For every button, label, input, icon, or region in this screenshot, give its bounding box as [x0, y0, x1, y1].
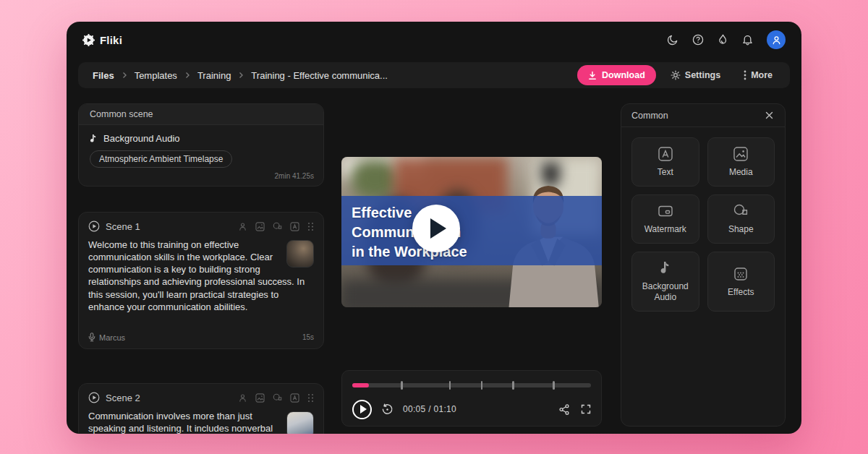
media-icon	[733, 146, 749, 162]
player-bar: 00:05 / 01:10	[341, 370, 602, 427]
gear-icon	[671, 70, 681, 80]
scene-marker-tick[interactable]	[449, 381, 451, 390]
drag-handle-icon[interactable]	[307, 393, 314, 403]
restart-icon[interactable]	[381, 403, 393, 416]
scene-card-2[interactable]: Scene 2	[78, 383, 324, 434]
notifications-bell-icon[interactable]	[742, 34, 753, 46]
audio-track-chip[interactable]: Atmospheric Ambient Timelapse	[90, 150, 232, 168]
scene-1-title[interactable]: Scene 1	[88, 220, 140, 232]
player-controls: 00:05 / 01:10	[352, 398, 591, 420]
common-scene-header: Common scene	[79, 104, 323, 125]
breadcrumb: Files Templates Training Training - Effe…	[93, 70, 388, 81]
media-icon[interactable]	[255, 222, 265, 231]
chevron-right-icon	[122, 72, 127, 79]
scene-marker-tick[interactable]	[401, 381, 403, 390]
audio-duration: 2min 41.25s	[275, 172, 314, 180]
add-text-button[interactable]: Text	[631, 137, 699, 187]
download-button[interactable]: Download	[577, 65, 656, 85]
music-note-icon	[90, 134, 98, 143]
drag-handle-icon[interactable]	[307, 222, 314, 231]
close-icon[interactable]	[764, 110, 775, 121]
app-title: Fliki	[100, 34, 122, 46]
scene-1-tools	[238, 222, 314, 231]
chevron-right-icon	[184, 72, 190, 79]
scene-2-header: Scene 2	[79, 384, 323, 403]
toolbar-actions: Download Settings	[577, 65, 781, 85]
scene-1-header: Scene 1	[79, 213, 323, 232]
breadcrumb-current[interactable]: Training - Effective communica...	[251, 70, 388, 81]
add-shape-button[interactable]: Shape	[707, 194, 775, 244]
play-circle-icon	[88, 220, 100, 232]
help-icon[interactable]	[692, 34, 704, 46]
text-icon[interactable]	[290, 222, 299, 231]
streak-flame-icon[interactable]	[718, 34, 728, 46]
common-scene-card[interactable]: Common scene Background Audio Atmospheri…	[78, 103, 324, 187]
voice-person-icon[interactable]	[238, 222, 247, 231]
breadcrumb-files[interactable]: Files	[93, 70, 114, 81]
timeline-track[interactable]	[352, 383, 591, 387]
chevron-right-icon	[238, 72, 244, 79]
player-right-controls	[559, 404, 591, 415]
player-play-button[interactable]	[352, 400, 372, 419]
office-plant	[352, 160, 399, 199]
scene-1-body[interactable]: Welcome to this training on effective co…	[79, 232, 323, 313]
video-play-button[interactable]	[412, 205, 460, 252]
scene-2-body[interactable]: Communication involves more than just sp…	[79, 403, 323, 434]
dark-mode-icon[interactable]	[667, 34, 678, 46]
breadcrumb-training[interactable]: Training	[197, 70, 231, 81]
scene-marker-tick[interactable]	[481, 381, 483, 390]
panel-grid: Text Media Waterma	[621, 127, 785, 322]
add-media-button[interactable]: Media	[707, 137, 775, 187]
breadcrumb-templates[interactable]: Templates	[135, 70, 177, 81]
settings-button[interactable]: Settings	[662, 65, 729, 85]
microphone-icon	[88, 333, 95, 342]
scene-1-text[interactable]: Welcome to this training on effective co…	[88, 239, 305, 312]
kebab-menu-icon	[744, 70, 746, 80]
timeline-progress	[352, 383, 369, 387]
top-bar: Fliki	[67, 22, 801, 58]
scene-2-title[interactable]: Scene 2	[88, 392, 140, 403]
scene-card-1[interactable]: Scene 1	[78, 212, 324, 349]
scene-1-footer: Marcus 15s	[88, 333, 314, 342]
text-icon	[658, 146, 673, 162]
add-background-audio-button[interactable]: Background Audio	[631, 252, 699, 312]
panel-title: Common	[631, 111, 668, 121]
app-window: Fliki	[67, 22, 801, 434]
shape-icon[interactable]	[273, 222, 282, 231]
fliki-logo[interactable]: Fliki	[82, 34, 122, 46]
video-preview[interactable]: Effective Communication in the Workplace	[341, 157, 602, 307]
media-icon[interactable]	[255, 393, 265, 403]
share-icon[interactable]	[559, 404, 569, 415]
scene-marker-tick[interactable]	[553, 381, 555, 390]
scene-1-thumbnail[interactable]	[286, 240, 314, 267]
shape-icon[interactable]	[273, 393, 282, 403]
voice-person-icon[interactable]	[238, 393, 247, 403]
shape-icon	[733, 203, 749, 219]
scene-2-thumbnail[interactable]	[286, 411, 314, 434]
time-display: 00:05 / 01:10	[403, 404, 456, 414]
text-icon[interactable]	[290, 393, 299, 403]
music-note-icon	[658, 260, 672, 276]
play-icon	[360, 405, 367, 414]
scene-1-voice[interactable]: Marcus	[88, 333, 125, 342]
fliki-logo-icon	[82, 34, 95, 46]
page-background: Fliki	[0, 0, 868, 454]
scene-2-tools	[238, 393, 314, 403]
background-audio-row: Background Audio	[90, 133, 312, 144]
download-icon	[588, 71, 597, 80]
scene-marker-tick[interactable]	[512, 381, 514, 390]
scene-1-duration: 15s	[302, 333, 314, 341]
add-watermark-button[interactable]: Watermark	[631, 194, 699, 244]
play-icon	[430, 218, 446, 239]
fullscreen-icon[interactable]	[581, 404, 591, 414]
topbar-icons	[667, 30, 786, 49]
panel-header: Common	[621, 104, 785, 127]
common-elements-panel: Common Text	[621, 103, 786, 427]
watermark-icon	[658, 203, 673, 219]
more-button[interactable]: More	[735, 65, 781, 85]
user-avatar[interactable]	[767, 30, 786, 49]
add-effects-button[interactable]: Effects	[707, 252, 775, 312]
scene-2-text[interactable]: Communication involves more than just sp…	[88, 411, 273, 434]
breadcrumb-bar: Files Templates Training Training - Effe…	[78, 62, 790, 88]
effects-icon	[733, 266, 749, 282]
